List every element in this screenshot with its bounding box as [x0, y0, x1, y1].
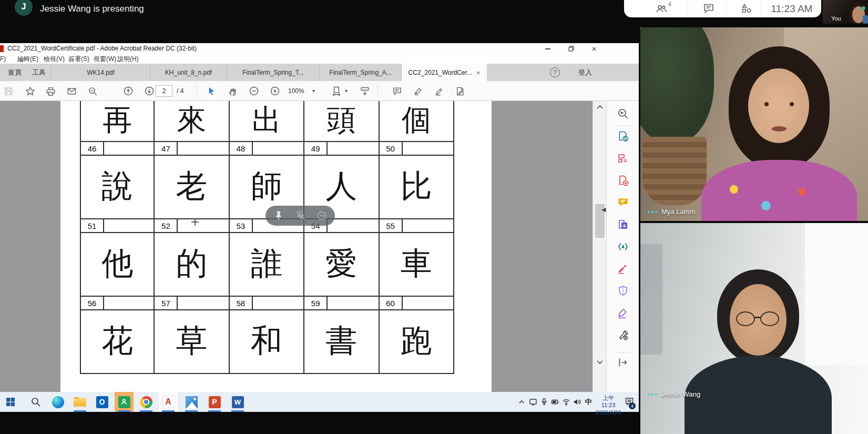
grid-cell: 再	[80, 101, 155, 141]
minimize-button[interactable]	[536, 43, 559, 54]
chrome-icon[interactable]	[137, 392, 156, 412]
system-clock[interactable]: 上午 11:23 2021/4/24	[595, 394, 621, 416]
grid-cell: 52的	[155, 219, 229, 296]
print-button[interactable]	[45, 86, 56, 96]
tray-battery-icon[interactable]	[551, 398, 559, 406]
taskbar-search-button[interactable]	[26, 392, 45, 412]
grid-cell: 58和	[230, 297, 304, 373]
certificates-icon[interactable]	[617, 307, 629, 319]
hand-tool-button[interactable]	[227, 86, 238, 96]
create-pdf-icon[interactable]	[617, 175, 629, 186]
pin-button[interactable]	[273, 210, 284, 221]
audio-activity-icon	[648, 393, 650, 396]
chair-shape	[863, 15, 868, 24]
menu-view[interactable]: 檢視(V)	[44, 54, 65, 64]
character: 來	[155, 101, 228, 140]
zoom-level-dropdown[interactable]: 100%	[288, 81, 304, 101]
green-app-icon[interactable]	[115, 392, 134, 412]
open-tools-panel-icon[interactable]	[617, 357, 629, 368]
fill-sign-tool-icon[interactable]	[617, 263, 629, 275]
outlook-icon[interactable]: O	[93, 392, 111, 412]
character: 他	[81, 233, 154, 295]
protect-icon[interactable]	[617, 285, 629, 297]
chat-button[interactable]	[703, 3, 714, 14]
caret-down-icon[interactable]: ▾	[312, 81, 315, 101]
start-button[interactable]	[1, 392, 20, 412]
tray-expand-button[interactable]	[517, 398, 526, 406]
page-total-label: / 4	[177, 81, 183, 101]
page-down-icon	[144, 86, 155, 96]
vertical-scrollbar[interactable]	[593, 101, 606, 392]
menu-file[interactable]: 檔案(F)	[0, 54, 6, 64]
tray-network-icon[interactable]	[562, 398, 570, 406]
doc-tab[interactable]: FinalTerm_Spring_T...	[227, 64, 319, 81]
word-icon[interactable]: W	[228, 392, 247, 412]
doc-tab[interactable]: FinalTerm_Spring_A...	[319, 64, 402, 81]
restore-icon	[568, 46, 574, 52]
menu-help[interactable]: 說明(H)	[117, 54, 139, 64]
shirt-shape	[701, 160, 857, 221]
grid-cell: 來	[155, 101, 229, 141]
doc-tab[interactable]: KH_unit_8_n.pdf	[150, 64, 227, 81]
caret-down-icon[interactable]: ▾	[345, 81, 348, 101]
fit-width-button[interactable]	[331, 86, 342, 96]
open-indicator	[118, 410, 130, 412]
search-button[interactable]	[87, 86, 98, 96]
people-button[interactable]	[656, 3, 667, 14]
doc-tab-active[interactable]: CC2_2021_WordCer... ×	[402, 64, 487, 82]
previous-page-button[interactable]	[123, 86, 134, 96]
tray-volume-icon[interactable]	[573, 398, 581, 406]
page-number-input[interactable]: 2	[156, 85, 172, 97]
export-pdf-icon[interactable]	[617, 130, 629, 142]
edge-icon[interactable]	[48, 392, 67, 412]
more-tools-icon[interactable]	[617, 329, 629, 341]
photos-icon[interactable]	[182, 392, 201, 412]
panel-collapse-arrow-icon[interactable]: ◀	[601, 206, 606, 213]
powerpoint-icon[interactable]: P	[205, 392, 224, 412]
comment-tool-icon[interactable]	[617, 197, 629, 208]
search-tool-icon[interactable]	[617, 108, 629, 119]
participant-tile-jessie[interactable]: Jessie Wang	[640, 223, 868, 434]
menu-edit[interactable]: 編輯(E)	[17, 54, 38, 64]
file-explorer-icon[interactable]	[70, 392, 89, 412]
acrobat-logo: A	[162, 396, 175, 408]
tray-mic-icon[interactable]	[540, 398, 548, 406]
edit-pdf-icon[interactable]	[617, 241, 629, 253]
sign-button[interactable]	[434, 86, 444, 96]
fill-sign-button[interactable]	[455, 86, 465, 96]
tray-display-icon[interactable]	[529, 398, 537, 406]
character: 說	[81, 156, 154, 217]
menu-sign[interactable]: 簽署(S)	[68, 54, 89, 64]
scroll-up-icon[interactable]	[597, 104, 603, 109]
fit-page-button[interactable]	[360, 86, 370, 96]
self-view-thumbnail[interactable]: You	[823, 0, 868, 24]
activities-button[interactable]	[741, 3, 752, 14]
sign-in-button[interactable]: 登入	[578, 64, 592, 81]
email-button[interactable]	[66, 86, 77, 96]
zoom-in-button[interactable]	[270, 86, 280, 96]
help-button[interactable]: ?	[550, 67, 560, 77]
title-bar: CC2_2021_WordCertificate.pdf - Adobe Acr…	[0, 43, 639, 54]
scroll-down-icon[interactable]	[597, 360, 603, 365]
remove-from-view-button[interactable]	[316, 210, 328, 221]
menu-window[interactable]: 視窗(W)	[94, 54, 116, 64]
organize-pages-icon[interactable]	[617, 153, 629, 164]
combine-files-icon[interactable]	[617, 219, 629, 230]
favorites-button[interactable]	[25, 86, 35, 96]
save-button[interactable]	[3, 86, 14, 96]
zoom-out-button[interactable]	[249, 86, 259, 96]
selection-tool-button[interactable]	[206, 86, 217, 96]
tab-close-icon[interactable]: ×	[476, 69, 481, 77]
close-button[interactable]: ×	[583, 43, 606, 54]
tab-home[interactable]: 首頁	[3, 64, 26, 81]
acrobat-taskbar-icon[interactable]: A	[159, 392, 178, 412]
restore-button[interactable]	[559, 43, 583, 54]
doc-tab[interactable]: WK14.pdf	[51, 64, 150, 81]
ime-indicator[interactable]: 中	[583, 392, 594, 412]
next-page-button[interactable]	[144, 86, 155, 96]
highlight-button[interactable]	[413, 86, 423, 96]
tab-tools[interactable]: 工具	[27, 64, 50, 81]
comment-button[interactable]	[392, 86, 402, 96]
participant-tile-mya[interactable]: Mya Lamm	[640, 27, 868, 221]
highlighter-icon	[413, 86, 423, 96]
